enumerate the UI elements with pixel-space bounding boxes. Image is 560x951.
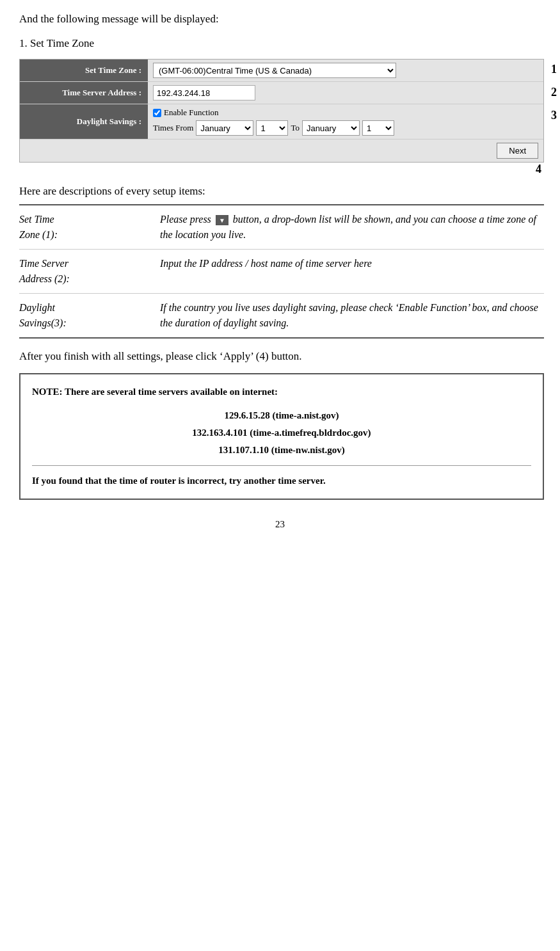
- to-day-select[interactable]: 12345: [362, 120, 394, 136]
- desc-term-2: DaylightSavings(3):: [19, 300, 160, 331]
- desc-def-2: If the country you live uses daylight sa…: [160, 300, 544, 331]
- number-3: 3: [551, 109, 557, 122]
- time-server-address-input[interactable]: [153, 85, 255, 100]
- desc-row-1: Time ServerAddress (2): Input the IP add…: [19, 250, 544, 294]
- note-box: NOTE: There are several time servers ava…: [19, 373, 544, 500]
- set-time-zone-content: (GMT-06:00)Central Time (US & Canada): [148, 60, 543, 81]
- enable-function-checkbox[interactable]: [153, 109, 161, 117]
- next-button-cell: Next: [20, 140, 543, 162]
- number-2: 2: [551, 86, 557, 99]
- time-server-address-row: Time Server Address :: [20, 82, 543, 104]
- daylight-savings-label: Daylight Savings :: [20, 104, 148, 139]
- server-1: 129.6.15.28 (time-a.nist.gov): [32, 407, 531, 424]
- desc-def-0: Please press ▼ button, a drop-down list …: [160, 212, 544, 243]
- dropdown-icon-0: ▼: [216, 215, 228, 225]
- next-button[interactable]: Next: [497, 143, 538, 159]
- times-from-row: Times From JanuaryFebruaryMarchApril May…: [153, 120, 538, 136]
- time-server-address-content: [148, 82, 543, 104]
- set-time-zone-row: Set Time Zone : (GMT-06:00)Central Time …: [20, 60, 543, 82]
- router-panel: Set Time Zone : (GMT-06:00)Central Time …: [19, 59, 544, 163]
- times-from-label: Times From: [153, 123, 193, 133]
- number-1: 1: [551, 63, 557, 76]
- enable-function-text: Enable Function: [164, 108, 219, 118]
- note-title: NOTE: There are several time servers ava…: [32, 383, 531, 401]
- desc-term-1: Time ServerAddress (2):: [19, 256, 160, 287]
- warning-text: If you found that the time of router is …: [32, 465, 531, 490]
- from-day-select[interactable]: 12345: [256, 120, 288, 136]
- daylight-savings-row: Daylight Savings : Enable Function Times…: [20, 104, 543, 140]
- page-number: 23: [19, 519, 541, 530]
- desc-term-0: Set TimeZone (1):: [19, 212, 160, 243]
- descriptions-table: Set TimeZone (1): Please press ▼ button,…: [19, 204, 544, 339]
- from-month-select[interactable]: JanuaryFebruaryMarchApril MayJuneJulyAug…: [196, 120, 253, 136]
- server-2: 132.163.4.101 (time-a.timefreq.bldrdoc.g…: [32, 424, 531, 442]
- number-4: 4: [19, 163, 544, 176]
- server-list: 129.6.15.28 (time-a.nist.gov) 132.163.4.…: [32, 407, 531, 459]
- daylight-savings-content: Enable Function Times From JanuaryFebrua…: [148, 104, 543, 139]
- set-time-zone-select[interactable]: (GMT-06:00)Central Time (US & Canada): [153, 63, 396, 78]
- after-text: After you finish with all settings, plea…: [19, 350, 541, 363]
- router-panel-wrapper: Set Time Zone : (GMT-06:00)Central Time …: [19, 59, 560, 163]
- descriptions-heading: Here are descriptions of every setup ite…: [19, 185, 541, 198]
- desc-row-2: DaylightSavings(3): If the country you l…: [19, 294, 544, 337]
- desc-row-0: Set TimeZone (1): Please press ▼ button,…: [19, 205, 544, 250]
- time-server-address-label: Time Server Address :: [20, 82, 148, 104]
- to-month-select[interactable]: JanuaryFebruaryMarchApril MayJuneJulyAug…: [302, 120, 360, 136]
- intro-text: And the following message will be displa…: [19, 13, 541, 26]
- set-time-zone-label: Set Time Zone :: [20, 60, 148, 81]
- server-3: 131.107.1.10 (time-nw.nist.gov): [32, 442, 531, 459]
- enable-function-label: Enable Function: [153, 108, 538, 118]
- to-label: To: [291, 123, 300, 133]
- section1-heading: 1. Set Time Zone: [19, 37, 541, 50]
- desc-def-1: Input the IP address / host name of time…: [160, 256, 544, 287]
- next-button-row: Next: [20, 140, 543, 162]
